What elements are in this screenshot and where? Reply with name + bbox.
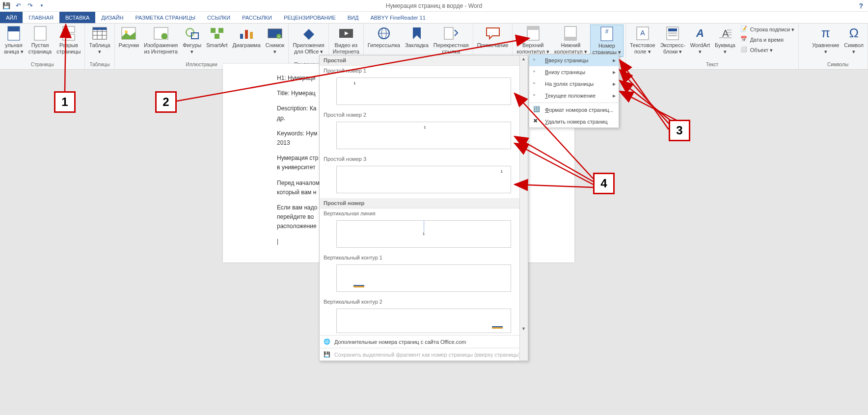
drop-cap-button[interactable]: AБуквица▾ [713,25,737,56]
help-icon[interactable]: ? [859,2,863,10]
apps-icon [301,26,317,41]
equation-button[interactable]: πУравнение▾ [810,25,841,56]
footer-icon [563,26,578,41]
gallery-thumb-vertical-outline-1[interactable] [336,264,511,292]
screenshot-button[interactable]: +Снимок▾ [264,25,287,56]
video-icon [338,26,354,41]
group-pages: ульнаяаница ▾ Пустаястраница Разрывстран… [0,24,85,69]
online-pictures-button[interactable]: Изображенияиз Интернета [142,25,180,56]
blank-page-icon [32,26,48,41]
cross-reference-button[interactable]: Перекрестнаяссылка [432,25,471,56]
tab-layout[interactable]: РАЗМЕТКА СТРАНИЦЫ [129,12,201,23]
wordart-button[interactable]: AWordArt▾ [688,25,712,56]
tab-abbyy[interactable]: ABBYY FineReader 11 [364,12,431,23]
qat-customize-icon[interactable]: ▼ [37,1,46,10]
svg-rect-18 [218,28,223,33]
svg-text:A: A [640,29,645,37]
shapes-button[interactable]: Фигуры▾ [181,25,203,56]
tab-references[interactable]: ССЫЛКИ [201,12,236,23]
save-icon[interactable]: 💾 [2,1,11,10]
tab-review[interactable]: РЕЦЕНЗИРОВАНИЕ [278,12,342,23]
online-pictures-icon [153,26,169,41]
office-apps-button[interactable]: Приложениядля Office ▾ [291,25,326,56]
ribbon-tabs: АЙЛ ГЛАВНАЯ ВСТАВКА ДИЗАЙН РАЗМЕТКА СТРА… [0,12,868,24]
tab-view[interactable]: ВИД [342,12,365,23]
header-icon [525,26,541,41]
annotation-3: 3 [669,120,690,141]
document-title: Нумерация страниц в ворде - Word [386,2,482,9]
signature-line-button[interactable]: 📝Строка подписи ▾ [738,25,797,34]
page-top-icon: ▫ [533,56,541,64]
gallery-item-label: Простой номер 1 [320,66,528,76]
svg-rect-17 [211,28,216,33]
svg-text:A: A [696,27,704,39]
svg-rect-22 [250,32,253,39]
page-break-button[interactable]: Разрывстраницы [54,25,82,56]
submenu-format-numbers[interactable]: 🔢Формат номеров страниц... [529,104,619,116]
gallery-thumb-plain-2[interactable] [336,122,511,149]
svg-rect-41 [668,32,677,34]
submenu-current-position[interactable]: ▫Текущее положение▶ [529,90,619,102]
page-number-button[interactable]: #Номерстраницы ▾ [590,25,624,57]
save-selection-icon: 💾 [324,351,330,358]
symbol-button[interactable]: ΩСимвол▾ [842,25,866,56]
tab-design[interactable]: ДИЗАЙН [95,12,129,23]
svg-rect-21 [245,30,248,39]
date-time-button[interactable]: 📅Дата и время [738,35,797,45]
quick-parts-button[interactable]: Экспресс-блоки ▾ [658,25,687,56]
svg-rect-34 [565,37,576,40]
gallery-thumb-vertical-line[interactable] [336,220,511,248]
hyperlink-icon [376,26,392,41]
text-box-button[interactable]: AТекстовоеполе ▾ [628,25,657,56]
textbox-icon: A [635,26,651,41]
undo-icon[interactable]: ↶ [14,1,23,10]
chart-button[interactable]: Диаграмма [231,25,263,50]
smartart-icon [209,26,225,41]
page-bottom-icon: ▫ [533,68,541,76]
group-symbols: πУравнение▾ ΩСимвол▾ Символы [808,24,868,69]
group-tables: Таблица▾ Таблицы [85,24,114,69]
bookmark-icon [409,26,425,41]
svg-rect-2 [34,26,46,40]
gallery-save-selection: 💾Сохранить выделенный фрагмент как номер… [320,348,528,361]
gallery-more-online[interactable]: 🌐Дополнительные номера страниц с сайта O… [320,335,528,348]
comment-button[interactable]: Примечание [475,25,511,50]
table-button[interactable]: Таблица▾ [87,25,112,56]
submenu-bottom-of-page[interactable]: ▫Внизу страницы▶ [529,66,619,78]
smartart-button[interactable]: SmartArt [204,25,229,50]
pictures-button[interactable]: Рисунки [117,25,141,50]
blank-page-button[interactable]: Пустаястраница [27,25,54,56]
svg-rect-3 [63,26,75,32]
hyperlink-button[interactable]: Гиперссылка [366,25,402,50]
redo-icon[interactable]: ↷ [26,1,34,10]
page-number-submenu: ▫Вверху страницы▶ ▫Внизу страницы▶ ▫На п… [529,54,619,128]
submenu-top-of-page[interactable]: ▫Вверху страницы▶ [529,54,619,66]
footer-button[interactable]: Нижнийколонтитул ▾ [552,25,589,56]
gallery-thumb-plain-1[interactable] [336,78,511,105]
tab-insert[interactable]: ВСТАВКА [59,12,95,23]
annotation-1: 1 [54,91,76,113]
chevron-right-icon: ▶ [613,70,616,75]
gallery-scrollbar[interactable] [519,55,528,361]
cross-ref-icon [443,26,459,41]
object-icon: ⬜ [740,46,748,54]
date-icon: 📅 [740,36,748,44]
cover-page-icon [6,26,22,41]
object-button[interactable]: ⬜Объект ▾ [738,45,797,55]
tab-mailings[interactable]: РАССЫЛКИ [236,12,278,23]
gallery-thumb-vertical-outline-2[interactable] [336,309,511,333]
page-break-icon [61,26,77,41]
gallery-thumb-plain-3[interactable] [336,166,511,193]
chevron-right-icon: ▶ [613,82,616,86]
submenu-page-margins[interactable]: ▫На полях страницы▶ [529,78,619,90]
header-button[interactable]: Верхнийколонтитул ▾ [515,25,551,56]
tab-file[interactable]: АЙЛ [0,12,23,23]
cover-page-button[interactable]: ульнаяаница ▾ [2,25,26,56]
online-video-button[interactable]: Видео изИнтернета [331,25,361,56]
bookmark-button[interactable]: Закладка [403,25,431,50]
submenu-remove-numbers[interactable]: ✖Удалить номера страниц [529,116,619,128]
office-icon: 🌐 [324,338,330,345]
svg-text:+: + [277,34,280,39]
tab-home[interactable]: ГЛАВНАЯ [23,12,59,23]
gallery-header: Простой номер [320,198,528,208]
